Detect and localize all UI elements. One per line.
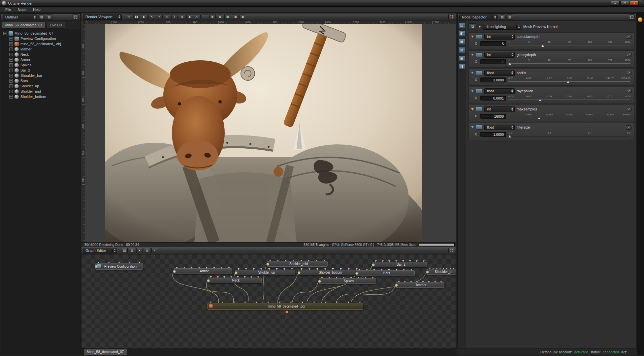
inspector-panel-selector[interactable]: Node Inspector xyxy=(459,15,498,20)
skip-to-start-icon[interactable]: « xyxy=(126,14,132,19)
graph-node-sholder-bottom[interactable]: Sholder_bottom xyxy=(298,270,360,275)
expand-all-icon[interactable]: ▥ xyxy=(46,15,52,20)
graph-node-bars[interactable]: Bars xyxy=(356,270,415,276)
node-pin-icon[interactable] xyxy=(422,281,424,282)
alpha-checker-icon[interactable]: ▩ xyxy=(224,14,231,19)
slider-handle-icon[interactable] xyxy=(541,44,544,47)
node-pin-icon[interactable] xyxy=(323,260,325,261)
graph-panel-selector[interactable]: Graph Editor xyxy=(83,248,117,253)
param-value-field[interactable]: 16000 xyxy=(480,114,506,119)
octane-live-ball-icon[interactable] xyxy=(638,17,643,22)
param-value-field[interactable]: 0.0001 xyxy=(480,96,506,101)
node-pin-icon[interactable] xyxy=(244,276,246,278)
tab-mino-58-decimated-07[interactable]: Mino_58_decimated_07 xyxy=(2,22,46,29)
kernel-type-select[interactable]: directlighting xyxy=(483,24,521,30)
param-type-select[interactable]: int xyxy=(484,106,515,112)
param-slider[interactable]: 0.010.070.473.2021.90149.761024.00 xyxy=(508,77,630,83)
node-pin-icon[interactable] xyxy=(404,281,406,282)
param-type-select[interactable]: float xyxy=(484,88,515,94)
outliner-panel-selector[interactable]: Outliner xyxy=(3,15,37,20)
slider-handle-icon[interactable] xyxy=(508,63,511,65)
expand-toggle-icon[interactable]: + xyxy=(9,58,13,62)
white-balance-picker-icon[interactable]: ◐ xyxy=(171,14,178,19)
background-toggle-icon[interactable]: ◨ xyxy=(232,14,239,19)
node-pin-icon[interactable] xyxy=(237,276,239,278)
tree-item-bar-2[interactable]: +Bar_2 xyxy=(1,68,80,73)
spinner-icon[interactable] xyxy=(510,107,513,111)
param-value-field[interactable]: 1 xyxy=(480,59,506,64)
param-slider[interactable]: 1310321013221024 xyxy=(508,59,630,65)
link-node-icon[interactable] xyxy=(626,35,631,39)
expand-viewport-icon[interactable] xyxy=(448,14,454,19)
collapse-toggle-icon[interactable]: − xyxy=(3,32,7,35)
environment-settings-icon[interactable]: ▦ xyxy=(459,39,465,45)
node-pin-icon[interactable] xyxy=(324,268,326,270)
menu-node[interactable]: Node xyxy=(15,7,30,12)
node-pin-icon[interactable] xyxy=(358,269,360,271)
node-pin-icon[interactable] xyxy=(291,268,293,270)
viewport-panel-selector[interactable]: Render Viewport xyxy=(83,14,122,20)
minimize-button[interactable]: − xyxy=(611,1,620,6)
node-pin-icon[interactable] xyxy=(206,267,208,269)
spinner-icon[interactable] xyxy=(510,35,513,38)
expand-toggle-icon[interactable]: + xyxy=(9,42,13,46)
node-pin-icon[interactable] xyxy=(244,302,246,303)
collapse-triangle-icon[interactable] xyxy=(471,108,474,110)
spinner-icon[interactable] xyxy=(32,15,36,19)
tree-item-leather[interactable]: +leather xyxy=(1,46,80,52)
graph-node-shoulder-b[interactable]: Shoulder_b xyxy=(427,269,456,275)
material-ball-icon[interactable]: ● xyxy=(136,248,143,253)
lock-camera-icon[interactable]: ◙ xyxy=(209,14,216,19)
tree-item-armor[interactable]: +Armor xyxy=(1,57,80,62)
node-pin-icon[interactable] xyxy=(416,281,418,282)
graph-tab[interactable]: Mino_58_decimated_07 xyxy=(83,348,127,355)
node-pin-icon[interactable] xyxy=(228,267,230,269)
node-pin-icon[interactable] xyxy=(256,302,258,303)
node-pin-icon[interactable] xyxy=(210,276,212,278)
node-pin-icon[interactable] xyxy=(375,260,377,262)
node-pin-icon[interactable] xyxy=(223,276,225,278)
graph-node-leather[interactable]: leather xyxy=(396,282,444,288)
collapse-triangle-icon[interactable] xyxy=(478,26,481,28)
collapse-triangle-icon[interactable] xyxy=(471,72,474,74)
pick-cursor-icon[interactable]: ↖ xyxy=(148,14,155,19)
node-pin-icon[interactable] xyxy=(340,268,342,270)
expand-toggle-icon[interactable]: + xyxy=(9,79,13,83)
spinner-icon[interactable] xyxy=(117,15,120,18)
node-pin-icon[interactable] xyxy=(253,268,255,270)
autofocus-toggle[interactable]: AF xyxy=(194,14,201,19)
param-slider[interactable]: 0.000.000.000.000.000.020.10 xyxy=(508,95,630,101)
graph-canvas[interactable]: Preview ConfigurationArmorNeckSholder_up… xyxy=(81,254,456,349)
collapse-triangle-icon[interactable] xyxy=(471,36,474,38)
link-node-icon[interactable] xyxy=(626,53,631,57)
node-pin-icon[interactable] xyxy=(210,302,212,303)
param-type-select[interactable]: int xyxy=(484,52,515,58)
node-pin-icon[interactable] xyxy=(402,260,404,262)
node-pin-icon[interactable] xyxy=(268,268,270,270)
node-pin-icon[interactable] xyxy=(347,302,349,303)
node-pin-icon[interactable] xyxy=(336,277,338,279)
tree-item-spikes[interactable]: +Spikes xyxy=(1,62,80,68)
spinner-icon[interactable] xyxy=(493,15,496,19)
node-pin-icon[interactable] xyxy=(388,269,390,271)
node-pin-icon[interactable] xyxy=(313,302,315,303)
node-pin-icon[interactable] xyxy=(356,268,358,270)
node-pin-icon[interactable] xyxy=(279,302,281,303)
expand-toggle-icon[interactable]: + xyxy=(9,47,13,51)
spinner-icon[interactable] xyxy=(510,71,513,74)
node-pin-icon[interactable] xyxy=(410,281,412,282)
link-node-icon[interactable] xyxy=(626,89,631,93)
node-pin-icon[interactable] xyxy=(416,260,418,262)
node-pin-icon[interactable] xyxy=(316,268,318,270)
tree-item-sholder-mid[interactable]: +Sholder_mid xyxy=(1,89,80,94)
node-pin-icon[interactable] xyxy=(98,262,100,263)
link-node-icon[interactable] xyxy=(626,71,631,75)
node-pin-icon[interactable] xyxy=(230,276,232,278)
render-image[interactable] xyxy=(105,24,422,242)
spinner-icon[interactable] xyxy=(112,249,116,252)
node-pin-icon[interactable] xyxy=(245,268,247,270)
node-pin-icon[interactable] xyxy=(328,277,330,279)
graph-node-mino-58-decimated-obj[interactable]: mino_58_decimated_.obj xyxy=(208,303,363,310)
node-pin-icon[interactable] xyxy=(398,281,400,282)
kernel-settings-icon[interactable]: ◨ xyxy=(459,64,465,70)
